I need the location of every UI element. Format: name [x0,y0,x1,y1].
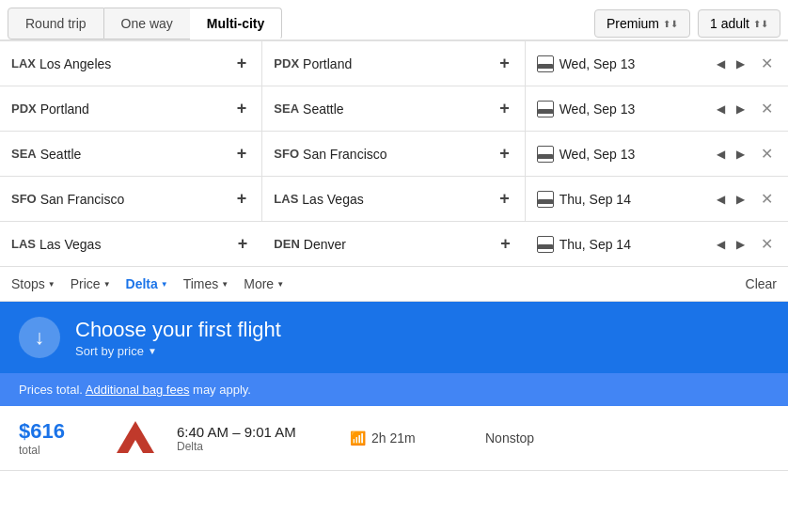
dest-row-2: SFO San Francisco + [262,132,525,177]
delta-triangle-inner-icon [128,440,143,453]
destination-column: PDX Portland + SEA Seattle + SFO San Fra… [262,41,525,267]
origin-column: LAX Los Angeles + PDX Portland + SEA Sea… [0,41,262,267]
calendar-icon-0 [537,55,554,72]
date-prev-4[interactable]: ◀ [714,236,728,253]
origin-add-4[interactable]: + [234,234,252,254]
filter-bar: Stops ▼ Price ▼ Delta ▼ Times ▼ More ▼ C… [0,267,788,302]
dest-code-4: DEN [274,237,299,251]
sort-row: Sort by price ▼ [75,344,281,358]
origin-code-0: LAX [11,56,36,70]
dest-add-0[interactable]: + [496,54,513,73]
date-prev-1[interactable]: ◀ [714,101,728,117]
date-next-1[interactable]: ▶ [733,101,748,117]
date-remove-4[interactable]: ✕ [757,233,777,255]
dest-code-1: SEA [274,102,299,116]
date-next-0[interactable]: ▶ [733,55,748,72]
origin-add-1[interactable]: + [233,99,251,118]
calendar-icon-2 [537,146,554,163]
dest-city-0: Portland [303,56,352,71]
filter-price[interactable]: Price ▼ [71,276,111,291]
tab-round-trip[interactable]: Round trip [8,8,104,39]
bag-fees-link[interactable]: Additional bag fees [86,383,190,397]
choose-flight-header: ↓ Choose your first flight Sort by price… [0,302,788,373]
date-prev-2[interactable]: ◀ [714,146,728,163]
prices-notice: Prices total. Additional bag fees may ap… [0,373,788,406]
clear-button[interactable]: Clear [746,276,777,291]
date-prev-3[interactable]: ◀ [714,191,728,208]
cabin-label: Premium [607,16,659,31]
duration-text: 2h 21m [371,430,416,446]
date-remove-0[interactable]: ✕ [757,53,777,74]
filter-times-icon: ▼ [221,280,229,289]
dest-row-4: DEN Denver + [262,222,525,267]
date-row-1: Wed, Sep 13 ◀ ▶ ✕ [526,86,788,132]
filter-more[interactable]: More ▼ [244,276,284,291]
dest-city-4: Denver [304,237,346,252]
price-label: total [19,444,94,457]
origin-row-0: LAX Los Angeles + [0,41,262,86]
origin-code-3: SFO [11,192,37,206]
wifi-icon: 📶 [350,430,366,446]
date-text-4: Thu, Sep 14 [559,237,708,252]
origin-code-2: SEA [11,147,37,161]
date-row-2: Wed, Sep 13 ◀ ▶ ✕ [526,132,788,177]
filter-delta-icon: ▼ [161,280,168,289]
date-text-2: Wed, Sep 13 [559,147,708,162]
origin-add-2[interactable]: + [233,144,251,164]
filter-more-icon: ▼ [276,280,284,289]
origin-add-0[interactable]: + [233,54,251,73]
down-circle-icon: ↓ [19,317,60,358]
airline-logo [117,419,154,457]
down-arrow-icon: ↓ [35,325,45,350]
dest-add-3[interactable]: + [496,189,513,209]
dest-code-0: PDX [274,56,299,70]
date-row-0: Wed, Sep 13 ◀ ▶ ✕ [526,41,788,86]
dest-code-2: SFO [274,147,299,161]
date-row-3: Thu, Sep 14 ◀ ▶ ✕ [526,177,788,222]
filter-stops[interactable]: Stops ▼ [11,276,55,291]
filter-delta[interactable]: Delta ▼ [126,276,168,291]
date-remove-3[interactable]: ✕ [757,188,777,210]
origin-add-3[interactable]: + [233,189,251,209]
passengers-dropdown[interactable]: 1 adult ⬆⬇ [698,9,780,38]
origin-city-4: Las Vegas [39,237,101,252]
date-next-4[interactable]: ▶ [733,236,748,253]
filter-delta-label: Delta [126,276,158,291]
time-range: 6:40 AM – 9:01 AM [177,424,327,440]
date-next-3[interactable]: ▶ [733,191,748,208]
dest-city-1: Seattle [303,102,344,117]
origin-row-1: PDX Portland + [0,86,262,132]
origin-city-2: Seattle [40,147,82,162]
origin-city-1: Portland [40,102,89,117]
tab-one-way[interactable]: One way [104,8,190,39]
filter-price-label: Price [71,276,101,291]
date-next-2[interactable]: ▶ [733,146,748,163]
date-remove-1[interactable]: ✕ [757,98,777,119]
origin-city-0: Los Angeles [39,56,111,71]
dest-add-4[interactable]: + [496,234,514,254]
dest-city-2: San Francisco [303,147,386,162]
dest-add-2[interactable]: + [496,144,513,164]
filter-times[interactable]: Times ▼ [183,276,229,291]
date-prev-0[interactable]: ◀ [714,55,728,72]
airline-name: Delta [177,440,327,453]
sort-arrow-icon[interactable]: ▼ [148,346,157,356]
dest-city-3: Las Vegas [302,192,363,207]
filter-price-icon: ▼ [103,280,111,289]
price-amount: $616 [19,419,94,444]
calendar-icon-4 [537,236,554,253]
dest-add-1[interactable]: + [496,99,513,118]
cabin-dropdown[interactable]: Premium ⬆⬇ [594,9,690,38]
cabin-arrow-icon: ⬆⬇ [663,19,678,29]
passengers-label: 1 adult [710,16,749,31]
origin-code-4: LAS [11,237,36,251]
dest-code-3: LAS [274,192,298,206]
flights-grid: LAX Los Angeles + PDX Portland + SEA Sea… [0,40,788,267]
filter-stops-label: Stops [11,276,45,291]
filter-times-label: Times [183,276,219,291]
tab-multi-city[interactable]: Multi-city [190,8,282,39]
choose-flight-title: Choose your first flight [75,318,281,342]
date-text-3: Thu, Sep 14 [559,192,708,207]
flight-duration-block: 📶 2h 21m [350,430,463,446]
date-remove-2[interactable]: ✕ [757,143,777,164]
